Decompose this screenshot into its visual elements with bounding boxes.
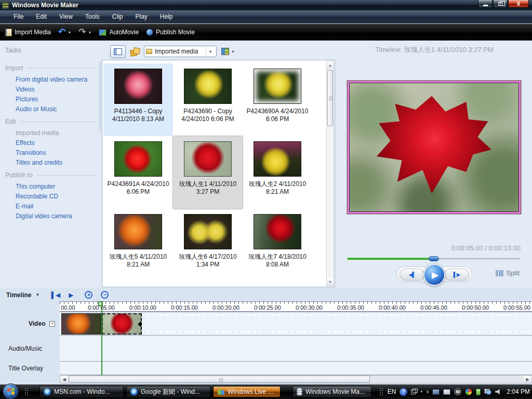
media-item[interactable]: 玫瑰人生6 4/17/20101:34 PM (173, 209, 243, 282)
timeline-scrollbar-thumb[interactable] (69, 376, 370, 383)
restore-button[interactable] (493, 0, 508, 8)
power-icon[interactable] (476, 389, 481, 395)
undo-button[interactable]: ↶ (58, 29, 65, 36)
clock[interactable]: 2:04 PM (507, 388, 530, 395)
menu-help[interactable]: Help (154, 11, 179, 22)
task-transitions[interactable]: Transitions (16, 149, 102, 156)
media-item[interactable]: P4243690A 4/24/20106:06 PM (243, 63, 312, 136)
scroll-up-icon[interactable]: ▲ (327, 61, 334, 69)
timeline-clip[interactable] (61, 313, 101, 335)
close-button[interactable]: X (508, 0, 529, 8)
timeline-clip-selected[interactable] (102, 313, 142, 335)
task-this-computer[interactable]: This computer (16, 183, 102, 190)
play-button[interactable]: ▶ (423, 264, 445, 286)
start-button[interactable] (3, 383, 19, 399)
menu-view[interactable]: View (53, 11, 79, 22)
views-button[interactable]: ▼ (221, 48, 235, 55)
task-effects[interactable]: Effects (16, 139, 102, 147)
seek-bar[interactable] (347, 256, 521, 262)
timeline-view-button[interactable]: Timeline (6, 291, 31, 299)
publish-movie-button[interactable]: Publish Movie (146, 29, 195, 36)
title-bar: Windows Movie Maker X (0, 0, 532, 10)
automovie-button[interactable]: AutoMovie (99, 29, 139, 36)
task-from-digital-video-camera[interactable]: From digital video camera (16, 76, 102, 83)
seek-handle[interactable] (429, 256, 439, 261)
tasks-pane: Tasks Import From digital video camera V… (0, 41, 102, 288)
network-icon[interactable] (484, 389, 491, 395)
volume-icon[interactable] (495, 389, 501, 395)
scroll-down-icon[interactable]: ▼ (327, 278, 334, 286)
menu-clip[interactable]: Clip (106, 11, 129, 22)
next-frame-button[interactable]: ▌▶ (444, 269, 469, 281)
previous-frame-button[interactable]: ◀▌ (400, 269, 424, 281)
split-icon (496, 270, 503, 276)
contents-scrollbar[interactable]: ▲ ▼ (326, 61, 334, 286)
zoom-out-icon[interactable]: − (101, 291, 109, 299)
redo-dropdown-caret[interactable]: ▼ (88, 31, 91, 34)
media-item-selected[interactable]: 玫瑰人生1 4/11/20103:27 PM (173, 136, 243, 209)
redo-button[interactable]: ↷ (78, 29, 86, 36)
split-button[interactable]: Split (496, 269, 520, 277)
dropdown-arrow-icon[interactable]: ▼ (206, 47, 215, 56)
expand-video-track-icon[interactable]: + (49, 321, 55, 327)
task-titles-and-credits[interactable]: Titles and credits (16, 159, 102, 166)
window-switch-icon[interactable] (411, 390, 416, 394)
language-indicator[interactable]: EN (388, 388, 396, 395)
media-item[interactable]: 玫瑰人生7 4/18/20108:08 AM (243, 209, 312, 282)
zoom-in-icon[interactable]: + (85, 291, 92, 299)
taskbar-moviemaker-window[interactable]: Windows Movie Ma... (292, 386, 371, 397)
audio-track-lane[interactable] (60, 336, 532, 362)
playhead-line[interactable] (101, 301, 102, 375)
collection-dropdown[interactable]: Imported media ▼ (144, 46, 217, 57)
task-email[interactable]: E-mail (16, 203, 102, 210)
task-digital-video-camera[interactable]: Digital video camera (16, 212, 102, 220)
hidden-icons-chevron[interactable]: ‹ (427, 388, 429, 395)
taskbar-msn-window[interactable]: e MSN.com - Windo... (39, 386, 124, 397)
timeline-view-caret-icon[interactable]: ▼ (35, 292, 39, 297)
media-item[interactable]: P4243691A 4/24/20106:06 PM (103, 136, 173, 209)
video-track-lane[interactable] (60, 312, 532, 336)
help-icon[interactable]: ? (400, 388, 407, 396)
windows-logo-icon (7, 388, 15, 395)
media-item[interactable]: P4113446 - Copy4/11/2010 8:13 AM (103, 63, 173, 136)
scroll-right-icon[interactable]: ▶ (524, 376, 531, 383)
rewind-button[interactable]: ▌◀ (51, 291, 60, 299)
taskbar-google-window[interactable]: e Google 新聞 - Wind... (126, 386, 210, 397)
timeline-scrollbar[interactable]: ◀ ▶ (60, 375, 532, 383)
media-item[interactable]: 玫瑰人生2 4/11/20108:21 AM (243, 136, 312, 209)
messenger-icon (217, 389, 224, 395)
taskbar-messenger-window[interactable]: Windows Live Mess... (213, 386, 281, 397)
section-import: Import (5, 64, 96, 72)
menu-play[interactable]: Play (129, 11, 154, 22)
computer-icon[interactable] (432, 389, 440, 395)
scroll-left-icon[interactable]: ◀ (60, 376, 68, 383)
timeline-ruler[interactable]: 00.00 0:00:05.00 0:00:10.00 0:00:15.00 0… (60, 301, 532, 312)
color-wheel-icon[interactable] (465, 388, 472, 395)
media-item[interactable]: 玫瑰人生5 4/11/20108:21 AM (103, 209, 173, 282)
undo-dropdown-caret[interactable]: ▼ (68, 31, 71, 34)
menu-edit[interactable]: Edit (30, 11, 53, 22)
show-panes-button[interactable] (110, 45, 126, 58)
media-item[interactable]: P4243690 - Copy4/24/2010 6:06 PM (173, 63, 243, 136)
title-overlay-lane[interactable] (60, 362, 532, 375)
task-audio-or-music[interactable]: Audio or Music (16, 105, 102, 113)
app-filmstrip-icon (2, 2, 9, 9)
msn-messenger-icon[interactable]: M (454, 388, 461, 395)
task-recordable-cd[interactable]: Recordable CD (16, 193, 102, 200)
play-timeline-button[interactable]: ▶ (69, 291, 73, 299)
folders-icon[interactable] (130, 48, 139, 56)
task-videos[interactable]: Videos (16, 86, 102, 93)
menu-tools[interactable]: Tools (79, 11, 106, 22)
playhead-marker[interactable] (98, 301, 103, 306)
minimize-button[interactable] (478, 0, 493, 8)
audio-track-label: Audio/Music (8, 345, 42, 352)
task-pictures[interactable]: Pictures (16, 96, 102, 103)
display-icon[interactable] (443, 389, 450, 395)
menu-file[interactable]: File (7, 11, 30, 22)
imported-media-list: P4113446 - Copy4/11/2010 8:13 AM P424369… (102, 60, 335, 287)
import-media-button[interactable]: Import Media (5, 29, 51, 36)
task-imported-media[interactable]: Imported media (16, 129, 102, 137)
tasks-scrollbar[interactable] (99, 61, 101, 131)
scrollbar-thumb[interactable] (327, 70, 333, 126)
tray-caret-icon[interactable]: ▼ (420, 390, 423, 393)
